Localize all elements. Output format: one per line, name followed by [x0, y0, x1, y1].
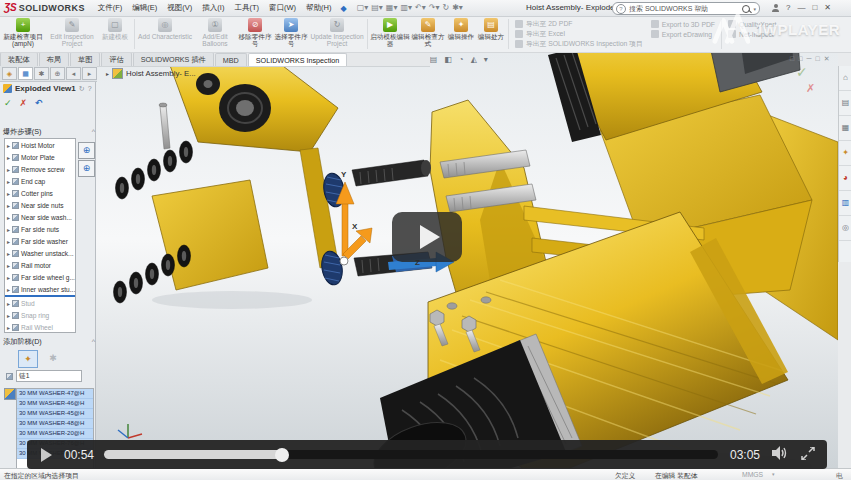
- doc-close-icon[interactable]: ✕: [824, 55, 830, 63]
- explode-step-item-disabled[interactable]: ▸Snap ring: [5, 309, 75, 321]
- expand-arrow-icon[interactable]: ▸: [7, 178, 10, 185]
- menu-window[interactable]: 窗口(W): [264, 3, 301, 13]
- fullscreen-icon[interactable]: [801, 446, 815, 464]
- design-library-icon[interactable]: ▤: [839, 91, 851, 116]
- selected-component-row[interactable]: 30 MM WASHER-20@H: [17, 429, 93, 439]
- menu-help[interactable]: 帮助(H): [301, 3, 336, 13]
- expand-arrow-icon[interactable]: ▸: [7, 300, 10, 307]
- options-gear-icon[interactable]: ✱▾: [452, 4, 463, 12]
- menu-pin-icon[interactable]: ◆: [341, 4, 347, 13]
- expand-arrow-icon[interactable]: ▸: [106, 70, 109, 77]
- new-doc-icon[interactable]: ▢▾: [357, 4, 369, 12]
- new-inspection-project-button[interactable]: + 新建检查项目(ampN): [0, 16, 46, 52]
- selected-component-row[interactable]: 30 MM WASHER-46@H: [17, 399, 93, 409]
- undo-icon[interactable]: ↶▾: [415, 4, 426, 12]
- step-name-field[interactable]: 链1: [16, 370, 82, 382]
- custom-properties-icon[interactable]: ▥: [839, 191, 851, 216]
- confirm-ok-icon[interactable]: ✓: [796, 64, 808, 80]
- expand-arrow-icon[interactable]: ▸: [7, 214, 10, 221]
- doc-window-icon[interactable]: □: [815, 55, 819, 63]
- menu-tools[interactable]: 工具(T): [229, 3, 264, 13]
- add-step-section-header[interactable]: 添加阶梯(D)^: [0, 336, 98, 348]
- selected-component-row[interactable]: 30 MM WASHER-47@H: [17, 389, 93, 399]
- expand-arrow-icon[interactable]: ▸: [7, 250, 10, 257]
- units-selector[interactable]: MMGS: [742, 471, 763, 478]
- feature-tree-tab-icon[interactable]: ◈: [2, 67, 17, 80]
- launch-template-editor-button[interactable]: ▶ 启动模板编辑器: [370, 16, 410, 52]
- cancel-icon[interactable]: ✗: [20, 98, 28, 108]
- explode-step-item[interactable]: ▸Far side wheel g...: [5, 271, 75, 283]
- units-dropdown-icon[interactable]: ▾: [772, 471, 775, 477]
- help-icon[interactable]: ?: [786, 3, 790, 12]
- keep-visible-icon[interactable]: ↻: [79, 85, 85, 93]
- tab-assembly[interactable]: 装配体: [0, 52, 38, 66]
- explode-step-item[interactable]: ▸Near side wash...: [5, 211, 75, 223]
- explode-rotate-button[interactable]: ⊕: [78, 160, 95, 177]
- menu-edit[interactable]: 编辑(E): [127, 3, 162, 13]
- radial-step-button[interactable]: ✱: [44, 350, 62, 366]
- explode-step-item[interactable]: ▸Motor Plate: [5, 151, 75, 163]
- expand-arrow-icon[interactable]: ▸: [7, 154, 10, 161]
- export-edrawing-item[interactable]: Export eDrawing: [651, 29, 715, 39]
- edit-dispositions-button[interactable]: ▤ 编辑处方: [476, 16, 506, 52]
- explode-direction-button[interactable]: ⊕: [78, 142, 95, 159]
- restore-icon[interactable]: □: [812, 3, 817, 12]
- resources-home-icon[interactable]: ⌂: [839, 66, 851, 91]
- explode-step-item[interactable]: ▸End cap: [5, 175, 75, 187]
- add-characteristic-button[interactable]: ◎ Add Characteristic: [137, 16, 193, 52]
- file-explorer-icon[interactable]: ▦: [839, 116, 851, 141]
- tab-layout[interactable]: 布局: [39, 52, 69, 66]
- menu-view[interactable]: 视图(V): [162, 3, 197, 13]
- expand-arrow-icon[interactable]: ▸: [7, 202, 10, 209]
- explode-step-item[interactable]: ▸Washer unstack...: [5, 247, 75, 259]
- save-icon[interactable]: ▦▾: [386, 4, 398, 12]
- accept-icon[interactable]: ✓: [4, 98, 12, 108]
- export-2d-pdf-item[interactable]: 导出至 2D PDF: [515, 19, 643, 29]
- progress-bar[interactable]: [104, 450, 718, 459]
- expand-arrow-icon[interactable]: ▸: [7, 324, 10, 331]
- minimize-icon[interactable]: —: [797, 3, 805, 12]
- regular-step-button[interactable]: ✦: [18, 350, 38, 368]
- section-view-icon[interactable]: ▤: [430, 55, 438, 64]
- tab-mbd[interactable]: MBD: [215, 53, 247, 66]
- redo-icon[interactable]: ↷▾: [429, 4, 440, 12]
- explode-step-item[interactable]: ▸Far side nuts: [5, 223, 75, 235]
- collapse-icon[interactable]: ^: [92, 127, 95, 137]
- new-template-button[interactable]: ▢ 新建模板: [98, 16, 132, 52]
- close-icon[interactable]: ✕: [824, 3, 831, 12]
- print-icon[interactable]: ▥▾: [400, 4, 412, 12]
- login-user-icon[interactable]: [772, 4, 779, 11]
- view-palette-icon[interactable]: ✦: [839, 141, 851, 166]
- volume-icon[interactable]: [772, 446, 789, 464]
- expand-arrow-icon[interactable]: ▸: [7, 286, 10, 293]
- model-canvas[interactable]: [95, 52, 838, 468]
- tab-sketch[interactable]: 草图: [70, 52, 100, 66]
- explode-step-item[interactable]: ▸Hoist Motor: [5, 139, 75, 151]
- edit-inspection-project-button[interactable]: ✎ Edit Inspection Project: [46, 16, 98, 52]
- explode-steps-section-header[interactable]: 爆炸步骤(S)^: [0, 126, 98, 138]
- explode-step-item-disabled[interactable]: ▸Rail Wheel: [5, 321, 75, 333]
- rebuild-icon[interactable]: ↻: [442, 4, 449, 12]
- export-3d-pdf-item[interactable]: Export to 3D PDF: [651, 19, 715, 29]
- menu-file[interactable]: 文件(F): [93, 3, 128, 13]
- property-manager-tab-icon[interactable]: ▦: [18, 67, 33, 80]
- selected-component-row[interactable]: 30 MM WASHER-45@H: [17, 409, 93, 419]
- add-edit-balloons-button[interactable]: ① Add/Edit Balloons: [193, 16, 237, 52]
- selected-component-row[interactable]: 30 MM WASHER-48@H: [17, 419, 93, 429]
- tab-solidworks-inspection[interactable]: SOLIDWORKS Inspection: [248, 53, 348, 66]
- play-overlay-button[interactable]: [392, 212, 462, 262]
- confirm-cancel-icon[interactable]: ✗: [806, 82, 815, 95]
- explode-step-item[interactable]: ▸Near side nuts: [5, 199, 75, 211]
- undo-step-icon[interactable]: ↶: [35, 98, 43, 108]
- doc-dash-icon[interactable]: ─: [806, 55, 811, 63]
- explode-step-item[interactable]: ▸Cotter pins: [5, 187, 75, 199]
- export-inspection-project-item[interactable]: 导出至 SOLIDWORKS Inspection 项目: [515, 39, 643, 49]
- appearances-icon[interactable]: ◕: [839, 166, 851, 191]
- view-orientation-icon[interactable]: ◧: [444, 55, 452, 64]
- tab-addins[interactable]: SOLIDWORKS 插件: [133, 52, 214, 66]
- doc-restore-icon[interactable]: □: [798, 55, 802, 63]
- doc-minimize-icon[interactable]: □: [790, 55, 794, 63]
- tab-scroll-left-icon[interactable]: ◂: [66, 67, 81, 80]
- dimxpert-tab-icon[interactable]: ⊕: [50, 67, 65, 80]
- progress-knob[interactable]: [275, 448, 289, 462]
